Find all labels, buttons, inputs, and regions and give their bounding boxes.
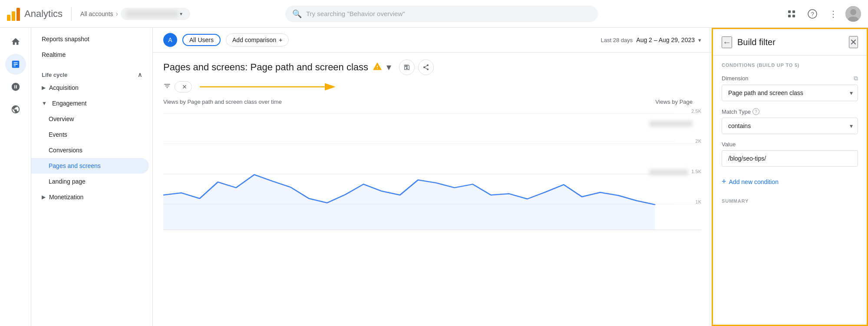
add-condition-label: Add new condition (729, 178, 779, 185)
match-type-field-label: Match Type ? (722, 108, 858, 115)
value-field-label: Value (722, 141, 858, 148)
filter-funnel-icon (163, 82, 171, 92)
all-users-label: All Users (189, 36, 214, 43)
nav-explore-item[interactable] (5, 76, 26, 97)
avatar[interactable] (845, 6, 861, 22)
sidebar-events-label: Events (49, 131, 67, 138)
svg-rect-1 (792, 10, 795, 13)
search-icon: 🔍 (292, 9, 302, 19)
main-layout: Reports snapshot Realtime Life cycle ∧ ▶… (0, 28, 868, 326)
match-type-help-icon[interactable]: ? (752, 108, 759, 115)
sidebar-item-engagement[interactable]: ▼ Engagement (31, 95, 149, 111)
match-type-field-group: Match Type ? contains exactly matches be… (722, 108, 858, 134)
build-filter-title: Build filter (737, 37, 849, 47)
lifecycle-collapse-icon: ∧ (138, 71, 142, 78)
build-filter-close-button[interactable]: ✕ (849, 36, 858, 48)
chart-header: Views by Page path and screen class over… (163, 99, 701, 105)
sidebar-acquisition-label: Acquisition (49, 84, 79, 91)
sidebar-item-pages-and-screens[interactable]: Pages and screens (31, 158, 149, 174)
logo-bars-icon (7, 7, 20, 21)
value-label-text: Value (722, 141, 736, 148)
sidebar-realtime-label: Realtime (42, 51, 66, 58)
title-actions (399, 59, 434, 75)
grid-icon-button[interactable] (783, 5, 800, 23)
dimension-select[interactable]: Page path and screen class Page title Sc… (722, 85, 858, 101)
sidebar-item-reports-snapshot[interactable]: Reports snapshot (31, 31, 149, 47)
nav-reports-item[interactable] (5, 54, 26, 75)
sidebar-item-overview[interactable]: Overview (31, 111, 149, 127)
more-icon: ⋮ (829, 9, 838, 19)
dimension-select-wrapper: Page path and screen class Page title Sc… (722, 85, 858, 101)
user-badge: A (163, 33, 177, 47)
add-comparison-label: Add comparison (232, 36, 276, 43)
nav-home-item[interactable] (5, 31, 26, 52)
logo-bar-3 (17, 8, 20, 21)
match-type-select[interactable]: contains exactly matches begins with end… (722, 118, 858, 134)
breadcrumb-chevron-icon: › (116, 10, 118, 18)
share-report-button[interactable] (418, 59, 434, 75)
arrow-svg (195, 80, 343, 93)
sidebar-item-realtime[interactable]: Realtime (31, 47, 149, 63)
date-range-value: Aug 2 – Aug 29, 2023 (636, 36, 695, 43)
sidebar-overview-label: Overview (49, 115, 74, 122)
search-placeholder: Try searching "Behavior overview" (306, 10, 405, 17)
svg-text:?: ? (811, 10, 814, 17)
report-title-bar: Pages and screens: Page path and screen … (153, 53, 712, 79)
add-condition-plus-icon: + (722, 177, 726, 186)
more-options-button[interactable]: ⋮ (825, 5, 842, 23)
add-condition-button[interactable]: + Add new condition (722, 174, 779, 190)
all-accounts-label[interactable]: All accounts (80, 10, 113, 17)
header-divider (71, 7, 72, 21)
logo-bar-1 (7, 15, 10, 21)
account-name-blurred (126, 10, 178, 17)
title-dropdown-icon[interactable]: ▾ (386, 62, 391, 73)
sidebar-item-conversions[interactable]: Conversions (31, 142, 149, 158)
help-icon-button[interactable]: ? (804, 5, 821, 23)
build-filter-body: CONDITIONS (BUILD UP TO 5) Dimension ⧉ P… (713, 56, 867, 325)
sidebar-reports-snapshot-label: Reports snapshot (42, 36, 89, 43)
account-selector[interactable]: ▾ (121, 8, 190, 20)
build-filter-header: ← Build filter ✕ (713, 29, 867, 56)
match-type-label-text: Match Type ? (722, 108, 759, 115)
y-label-1000: 1K (696, 199, 701, 204)
dimension-field-label: Dimension ⧉ (722, 75, 858, 82)
y-label-2000: 2K (696, 138, 701, 144)
chart-line-svg (163, 109, 675, 230)
build-filter-back-button[interactable]: ← (722, 36, 732, 48)
summary-label: SUMMARY (722, 198, 858, 204)
add-comparison-button[interactable]: Add comparison + (226, 33, 289, 46)
sidebar-item-monetization[interactable]: ▶ Monetization (31, 189, 149, 205)
build-filter-panel: ← Build filter ✕ CONDITIONS (BUILD UP TO… (712, 28, 868, 326)
save-report-button[interactable] (399, 59, 415, 75)
date-range-dropdown-icon: ▾ (698, 37, 701, 43)
search-box[interactable]: 🔍 Try searching "Behavior overview" (285, 6, 598, 22)
filter-chip-close-icon[interactable]: ✕ (182, 83, 187, 90)
logo-bar-2 (12, 11, 15, 21)
sidebar-item-events[interactable]: Events (31, 127, 149, 142)
nav-advertising-item[interactable] (5, 99, 26, 120)
date-range-selector[interactable]: Last 28 days Aug 2 – Aug 29, 2023 ▾ (601, 36, 701, 43)
breadcrumb: All accounts › ▾ (80, 8, 190, 20)
copy-dimension-icon[interactable]: ⧉ (854, 75, 858, 82)
value-input[interactable] (722, 150, 858, 167)
value-field-group: Value (722, 141, 858, 167)
all-users-button[interactable]: All Users (182, 34, 221, 46)
conditions-label: CONDITIONS (BUILD UP TO 5) (722, 63, 858, 68)
monetization-expand-icon: ▶ (42, 194, 46, 200)
svg-point-7 (850, 9, 856, 15)
chart-title-label: Views by Page path and screen class over… (163, 99, 282, 105)
svg-rect-0 (788, 10, 791, 13)
orange-arrow-annotation (195, 80, 701, 93)
sidebar-section-lifecycle[interactable]: Life cycle ∧ (31, 66, 152, 80)
svg-rect-2 (788, 15, 791, 17)
sidebar-monetization-label: Monetization (49, 194, 83, 201)
sidebar-item-acquisition[interactable]: ▶ Acquisition (31, 80, 149, 95)
filter-chip[interactable]: ✕ (175, 81, 192, 92)
report-title: Pages and screens: Page path and screen … (163, 59, 701, 75)
sidebar-item-landing-page[interactable]: Landing page (31, 174, 149, 189)
warning-icon (373, 62, 382, 73)
sidebar: Reports snapshot Realtime Life cycle ∧ ▶… (31, 28, 153, 326)
add-comparison-plus-icon: + (279, 36, 282, 43)
avatar-image (845, 6, 861, 22)
chart-container: 2.5K 2K 1.5K 1K (163, 109, 701, 230)
